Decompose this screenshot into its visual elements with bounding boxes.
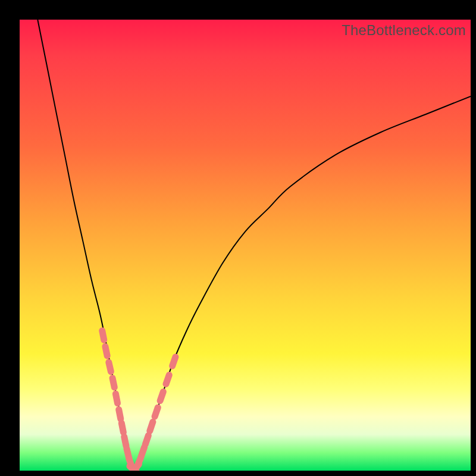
marker-segment — [119, 409, 121, 419]
outer-frame: TheBottleneck.com — [0, 0, 476, 476]
marker-segment — [145, 436, 148, 444]
marker-segment — [150, 422, 153, 431]
marker-group — [102, 331, 176, 471]
marker-segment — [115, 394, 117, 403]
marker-segment — [141, 447, 144, 456]
marker-segment — [102, 331, 104, 340]
plot-area: TheBottleneck.com — [20, 20, 471, 471]
marker-segment — [173, 357, 176, 366]
bottleneck-curve — [37, 20, 471, 471]
marker-segment — [124, 437, 126, 446]
chart-overlay — [20, 20, 471, 471]
marker-segment — [121, 423, 123, 433]
marker-segment — [109, 362, 111, 372]
marker-segment — [112, 378, 114, 387]
marker-segment — [160, 392, 163, 400]
marker-segment — [155, 408, 158, 416]
marker-segment — [105, 346, 107, 356]
marker-segment — [166, 375, 169, 384]
